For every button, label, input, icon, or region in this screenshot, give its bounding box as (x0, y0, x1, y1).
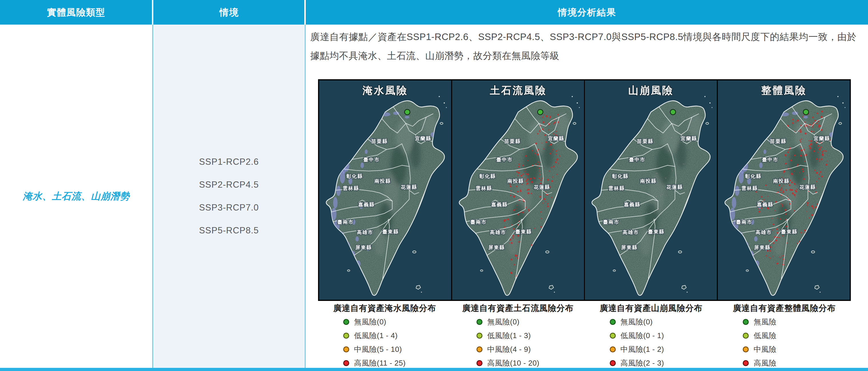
map-panel: 苗栗縣宜蘭縣臺中市彰化縣南投縣雲林縣花蓮縣嘉義縣臺南市高雄市臺東縣屏東縣 土石流… (452, 81, 584, 300)
risk-overlay-dot (507, 219, 509, 220)
county-label: 高雄市 (622, 229, 639, 235)
risk-overlay-dot (761, 196, 762, 197)
risk-overlay-dot (553, 133, 554, 134)
risk-overlay-dot (518, 166, 520, 167)
risk-overlay-dot (504, 221, 505, 222)
risk-overlay-dot (543, 149, 544, 150)
risk-overlay-dot (540, 226, 541, 228)
risk-overlay-dot (556, 131, 557, 132)
risk-overlay-dot (814, 120, 816, 122)
risk-overlay-dot (780, 257, 781, 258)
risk-overlay-dot (789, 180, 791, 181)
risk-overlay-dot (811, 214, 813, 216)
county-label: 高雄市 (356, 229, 373, 235)
county-label: 苗栗縣 (769, 138, 786, 144)
risk-overlay-dot (822, 151, 824, 153)
map-title: 整體風險 (761, 85, 806, 96)
risk-overlay-dot (792, 201, 792, 202)
risk-overlay-dot (528, 209, 529, 211)
risk-overlay-dot (792, 192, 794, 194)
legend-label: 高風險(2 - 3) (621, 358, 664, 368)
header-separator (304, 0, 306, 25)
risk-overlay-dot (513, 228, 514, 230)
risk-overlay-dot (771, 241, 772, 242)
risk-overlay-dot (810, 143, 812, 145)
risk-overlay-dot (646, 212, 647, 213)
table-bottom-border (0, 368, 868, 371)
risk-overlay-dot (778, 185, 780, 186)
risk-overlay-dot (826, 164, 827, 166)
county-label: 臺東縣 (382, 229, 399, 235)
map-caption: 廣達自有資產淹水風險分布 (318, 303, 451, 314)
risk-overlay-dot (821, 111, 823, 113)
risk-type-text: 淹水、土石流、山崩潛勢 (23, 190, 130, 203)
risk-overlay-dot (540, 171, 540, 172)
county-label: 南投縣 (640, 178, 657, 184)
flood-overlay-patch (336, 186, 341, 196)
risk-overlay-dot (539, 162, 540, 163)
risk-overlay-dot (792, 174, 793, 175)
risk-overlay-dot (816, 172, 818, 174)
legend-dot (743, 360, 749, 366)
risk-overlay-dot (552, 149, 553, 150)
site-marker-dot (537, 109, 543, 115)
risk-overlay-dot (531, 181, 533, 183)
risk-overlay-dot (522, 165, 524, 166)
risk-overlay-dot (534, 228, 535, 229)
risk-overlay-dot (550, 144, 552, 145)
risk-overlay-dot (539, 130, 540, 131)
risk-overlay-dot (794, 154, 796, 156)
legend-item: 無風險(0) (610, 317, 718, 327)
legend-label: 低風險 (753, 331, 776, 341)
risk-overlay-dot (811, 131, 812, 131)
county-label: 臺南市 (337, 219, 354, 225)
risk-overlay-dot (525, 207, 526, 208)
risk-overlay-dot (558, 150, 559, 151)
legend-label: 低風險(1 - 3) (487, 331, 531, 341)
risk-overlay-dot (767, 250, 768, 252)
county-label: 臺中市 (363, 157, 380, 162)
risk-overlay-dot (822, 154, 824, 156)
map-caption: 廣達自有資產山崩風險分布 (585, 303, 718, 314)
risk-overlay-dot (546, 141, 547, 143)
maps-strip: 苗栗縣宜蘭縣臺中市彰化縣南投縣雲林縣花蓮縣嘉義縣臺南市高雄市臺東縣屏東縣 淹水風… (318, 79, 851, 301)
risk-overlay-dot (535, 143, 536, 145)
risk-overlay-dot (817, 121, 819, 122)
risk-overlay-dot (803, 178, 805, 180)
risk-overlay-dot (671, 137, 672, 138)
risk-overlay-dot (780, 218, 781, 220)
header-separator (152, 0, 153, 25)
risk-overlay-dot (774, 210, 776, 211)
risk-overlay-dot (522, 174, 524, 175)
risk-overlay-dot (671, 169, 672, 169)
risk-overlay-dot (783, 171, 785, 173)
legend-label: 高風險(10 - 20) (487, 358, 539, 368)
risk-overlay-dot (521, 175, 522, 177)
legend-item: 低風險 (743, 331, 851, 341)
risk-overlay-dot (654, 212, 655, 213)
risk-overlay-dot (781, 256, 782, 256)
county-label: 高雄市 (755, 229, 772, 235)
map-caption: 廣達自有資產整體風險分布 (718, 303, 851, 314)
risk-overlay-dot (510, 272, 512, 274)
risk-overlay-dot (769, 240, 770, 242)
risk-overlay-dot (812, 126, 813, 128)
risk-overlay-dot (527, 173, 529, 175)
risk-overlay-dot (777, 218, 778, 219)
county-label: 花蓮縣 (666, 184, 683, 190)
risk-overlay-dot (794, 171, 795, 172)
legend-dot (343, 333, 349, 339)
table-header-row: 實體風險類型 情境 情境分析結果 (0, 0, 868, 25)
risk-overlay-dot (552, 151, 553, 152)
legend-item: 中風險(4 - 9) (476, 344, 585, 354)
risk-overlay-dot (818, 178, 819, 179)
county-label: 宜蘭縣 (681, 135, 697, 141)
risk-overlay-dot (776, 232, 778, 234)
risk-overlay-dot (787, 152, 789, 153)
risk-overlay-dot (662, 194, 663, 195)
risk-overlay-dot (545, 191, 546, 192)
risk-overlay-dot (528, 211, 529, 212)
risk-overlay-dot (820, 171, 822, 173)
legend-dot (743, 319, 749, 325)
risk-overlay-dot (802, 168, 803, 170)
